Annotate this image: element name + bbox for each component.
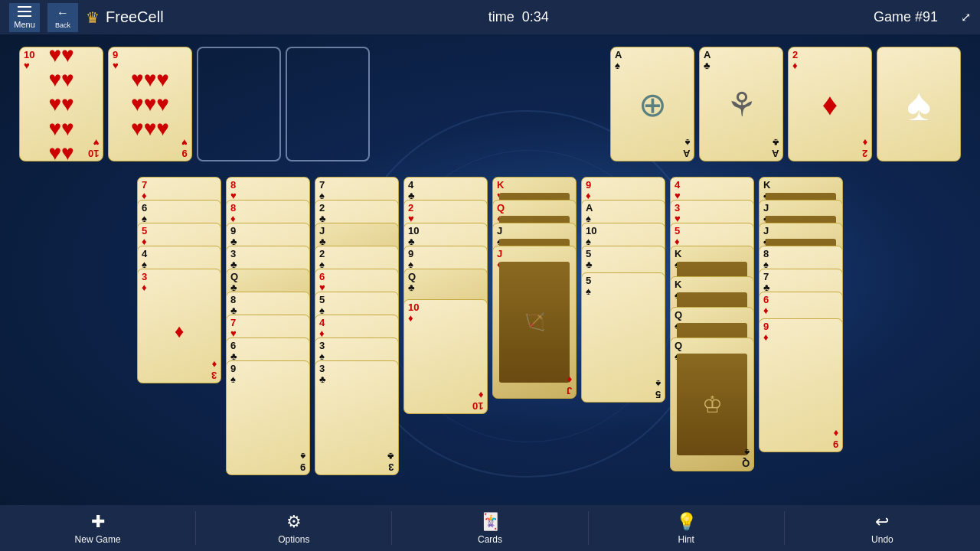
card-rank: A♣ <box>704 50 710 72</box>
menu-icon-line <box>18 6 31 8</box>
foundation-4[interactable]: ♠ <box>877 47 961 161</box>
foundation-2[interactable]: A♣ ⚘ A♣ <box>699 47 783 161</box>
card-rank-br: 2♦ <box>862 136 867 158</box>
card-art-center: ♠ <box>906 78 931 131</box>
card-rank-br: A♠ <box>683 136 690 158</box>
freecell-4[interactable] <box>286 47 370 161</box>
table-row[interactable]: 5♠ 5♠ <box>581 272 665 403</box>
tableau-col-7: 4♥ 3♥ 5♦ K♠ ⚔ K♠ 🗡 Q♠ ⚜ Q♠ ♔ <box>670 177 754 506</box>
card-rank <box>881 50 884 72</box>
undo-label: Undo <box>871 534 893 545</box>
table-row[interactable]: 9♦ 9♦ <box>759 318 843 452</box>
freecell-3[interactable] <box>197 47 281 161</box>
card-rank: 9♥ <box>113 50 119 72</box>
options-icon: ⚙ <box>286 512 302 532</box>
crown-icon: ♛ <box>86 8 100 27</box>
table-row[interactable]: Q♠ ♔ Q♠ <box>670 337 754 471</box>
menu-button[interactable]: Menu <box>9 3 40 32</box>
card-suit-center: ♦ <box>822 87 838 122</box>
time-label: time <box>488 9 514 24</box>
tableau-col-5: K♥ 👑 Q♦ ♛ J♠ ⚔ J♦ 🏹 J♦ <box>492 177 577 506</box>
cards-button[interactable]: 🃏 Cards <box>392 505 587 551</box>
freecell-1[interactable]: 10♥ ♥♥♥♥♥♥♥♥♥♥ 10♥ <box>19 47 103 161</box>
tableau-col-6: 9♦ A♠ 10♠ 5♣ 5♠ 5♠ <box>581 177 665 506</box>
menu-icon-line <box>18 11 31 12</box>
card-rank: 2♦ <box>792 50 798 72</box>
game-area: 10♥ ♥♥♥♥♥♥♥♥♥♥ 10♥ 9♥ ♥♥♥♥♥♥♥♥♥ 9♥ A♠ ⊕ … <box>0 34 980 505</box>
options-label: Options <box>278 534 309 545</box>
freecells: 10♥ ♥♥♥♥♥♥♥♥♥♥ 10♥ 9♥ ♥♥♥♥♥♥♥♥♥ 9♥ <box>19 47 370 161</box>
game-title: FreeCell <box>106 8 164 26</box>
hint-button[interactable]: 💡 Hint <box>589 505 784 551</box>
new-game-icon: ✚ <box>91 512 105 532</box>
new-game-label: New Game <box>75 534 121 545</box>
table-row[interactable]: 10♦ 10♦ <box>403 299 488 414</box>
foundation-3[interactable]: 2♦ ♦ 2♦ <box>788 47 872 161</box>
hint-label: Hint <box>678 534 694 545</box>
header: Menu ← Back ♛ FreeCell time 0:34 Game #9… <box>0 0 980 34</box>
card-rank: A♠ <box>615 50 622 72</box>
tableau-col-4: 4♣ 2♥ 10♣ 9♠ Q♣ 10♦ 10♦ <box>403 177 488 506</box>
foundation-1[interactable]: A♠ ⊕ A♠ <box>610 47 694 161</box>
cards-icon: 🃏 <box>480 512 501 532</box>
title-area: ♛ FreeCell <box>86 8 164 27</box>
time-value: 0:34 <box>522 9 549 24</box>
table-row[interactable]: 3♦ ♦ 3♦ <box>137 269 221 383</box>
freecell-2[interactable]: 9♥ ♥♥♥♥♥♥♥♥♥ 9♥ <box>108 47 192 161</box>
card-rank: 10♥ <box>24 50 34 72</box>
undo-button[interactable]: ↩ Undo <box>785 505 980 551</box>
toolbar: ✚ New Game ⚙ Options 🃏 Cards 💡 Hint ↩ Un… <box>0 505 980 551</box>
card-suit-center: ♥♥♥♥♥♥♥♥♥ <box>131 67 169 141</box>
menu-icon-line <box>18 15 31 17</box>
tableau-col-3: 7♠ 2♣ J♣ 2♠ 6♥ 5♠ 4♦ 3♠ <box>315 177 399 506</box>
back-button[interactable]: ← Back <box>47 3 78 32</box>
fullscreen-button[interactable]: ⤢ <box>961 10 971 24</box>
card-rank-br: 10♥ <box>88 136 99 158</box>
game-number: Game #91 <box>874 9 938 25</box>
card-rank-br: 9♥ <box>181 136 188 158</box>
table-row[interactable]: J♦ 🏹 J♦ <box>492 246 577 399</box>
tableau-col-2: 8♥ 8♦ 9♣ 3♣ Q♣ 8♣ 7♥ 6♣ <box>226 177 310 506</box>
tableau: 7♦ 7♦ 6♠ 6♠ 5♦ 5♦ 4♠ 4♠ 3♦ ♦ 3♦ <box>8 174 972 509</box>
tableau-col-8: K♣ 👁 J♣ ⚙ J♣ ⚔ 8♠ 7♣ 6♦ 9♦ 9♦ <box>759 177 843 506</box>
card-art-center: ⊕ <box>639 85 667 124</box>
new-game-button[interactable]: ✚ New Game <box>0 505 195 551</box>
table-row[interactable]: 3♣ 3♣ <box>315 360 399 475</box>
card-art-center: ⚘ <box>727 85 756 124</box>
card-rank-br <box>953 136 956 158</box>
cards-label: Cards <box>478 534 502 545</box>
top-area: 10♥ ♥♥♥♥♥♥♥♥♥♥ 10♥ 9♥ ♥♥♥♥♥♥♥♥♥ 9♥ A♠ ⊕ … <box>8 41 972 168</box>
card-suit-center: ♥♥♥♥♥♥♥♥♥♥ <box>48 43 74 165</box>
foundations: A♠ ⊕ A♠ A♣ ⚘ A♣ 2♦ ♦ 2♦ ♠ <box>610 47 961 161</box>
tableau-col-1: 7♦ 7♦ 6♠ 6♠ 5♦ 5♦ 4♠ 4♠ 3♦ ♦ 3♦ <box>137 177 221 506</box>
undo-icon: ↩ <box>875 512 889 532</box>
menu-label: Menu <box>14 20 35 29</box>
timer-display: time 0:34 <box>172 9 866 25</box>
card-rank-br: A♣ <box>772 136 779 158</box>
table-row[interactable]: 9♠ 9♠ <box>226 360 310 475</box>
hint-icon: 💡 <box>676 512 697 532</box>
options-button[interactable]: ⚙ Options <box>196 505 391 551</box>
back-label: Back <box>55 21 70 29</box>
